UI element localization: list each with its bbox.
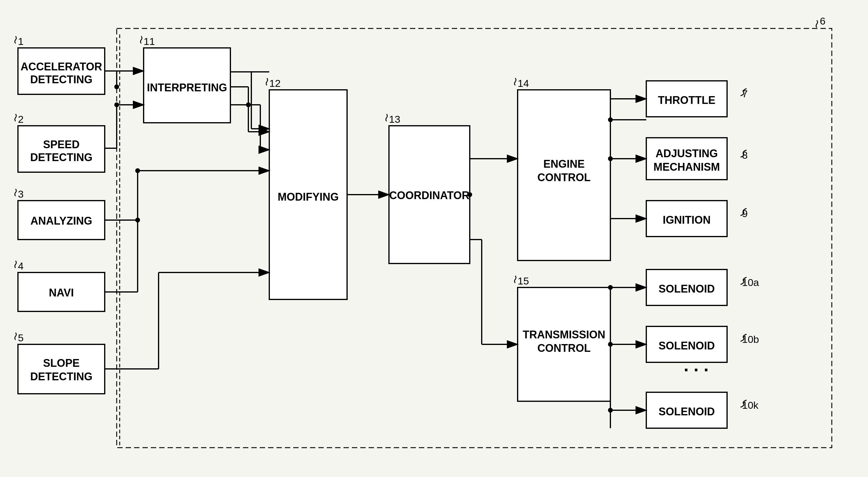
engine-control-label-line1: ENGINE [544, 158, 585, 170]
squiggle-14 [515, 78, 516, 85]
solenoid-k-label: SOLENOID [658, 406, 715, 418]
ref-5: 5 [18, 332, 24, 344]
transmission-label-line2: CONTROL [537, 342, 591, 354]
engine-control-label-line2: CONTROL [537, 171, 591, 184]
solenoid-a-label: SOLENOID [658, 283, 715, 295]
ref-11: 11 [144, 36, 155, 47]
adjusting-label-line2: MECHANISM [653, 161, 720, 173]
squiggle-6 [816, 20, 818, 28]
squiggle-13 [386, 114, 388, 121]
throttle-label: THROTTLE [658, 94, 715, 106]
ref-3: 3 [18, 188, 24, 200]
squiggle-1 [15, 36, 17, 43]
ref-15: 15 [518, 275, 529, 287]
ref-2: 2 [18, 114, 24, 125]
squiggle-3 [15, 189, 17, 196]
navi-label: NAVI [49, 287, 73, 299]
ref-14: 14 [518, 78, 529, 89]
accelerator-label-line2: DETECTING [30, 73, 92, 86]
ref-6: 6 [820, 15, 826, 27]
squiggle-5 [15, 333, 17, 340]
coordinator-label: COORDINATOR [389, 189, 470, 202]
squiggle-2 [15, 114, 17, 121]
speed-label-line2: DETECTING [30, 151, 92, 163]
interpreting-label: INTERPRETING [147, 82, 227, 94]
squiggle-12 [266, 78, 268, 85]
analyzing-label: ANALYZING [31, 215, 92, 227]
modifying-label: MODIFYING [278, 191, 339, 203]
junction-1 [114, 84, 119, 89]
solenoid-b-label: SOLENOID [658, 339, 715, 352]
squiggle-11 [141, 36, 142, 43]
ref-12: 12 [269, 78, 281, 89]
speed-label-line1: SPEED [43, 138, 80, 151]
ref-1: 1 [18, 36, 24, 47]
slope-label-line1: SLOPE [43, 357, 80, 369]
slope-label-line2: DETECTING [30, 370, 92, 383]
ref-4: 4 [18, 260, 24, 272]
ignition-label: IGNITION [663, 214, 711, 226]
dots: . . . [684, 355, 709, 375]
adjusting-label-line1: ADJUSTING [656, 147, 718, 159]
squiggle-4 [15, 261, 17, 268]
diagram-container: 6 ACCELERATOR DETECTING 1 SPEED DETECTIN… [9, 12, 859, 464]
transmission-label-line1: TRANSMISSION [523, 328, 605, 341]
accelerator-label-line1: ACCELERATOR [21, 60, 102, 73]
squiggle-15 [515, 276, 516, 283]
ref-13: 13 [389, 114, 400, 125]
